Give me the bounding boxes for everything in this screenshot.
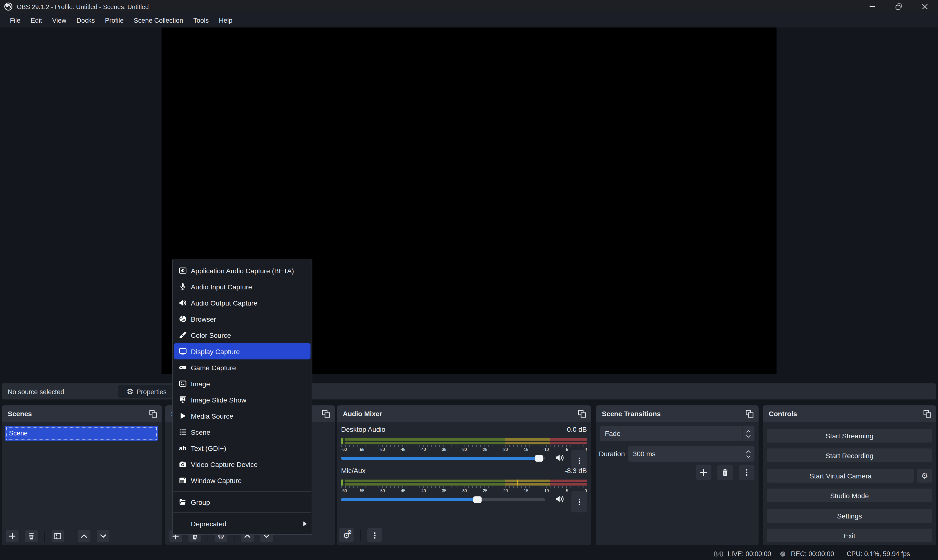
toolbar-separator [44, 531, 45, 542]
menubar-item-help[interactable]: Help [214, 13, 237, 28]
start-streaming-button[interactable]: Start Streaming [767, 429, 932, 443]
text-gdi-icon: ab [179, 444, 187, 452]
duration-input[interactable]: 300 ms [628, 446, 755, 462]
menu-item-media-source[interactable]: Media Source [173, 408, 312, 424]
add-source-context-menu: Application Audio Capture (BETA)Audio In… [172, 260, 312, 535]
mixer-menu-button[interactable] [367, 528, 382, 542]
mute-toggle-speaker-icon[interactable] [555, 495, 564, 503]
menu-item-label: Browser [191, 315, 216, 323]
scene-filters-button[interactable] [52, 530, 64, 542]
double-gear-icon: ⚙⚙ [343, 531, 350, 539]
menu-item-label: Audio Input Capture [191, 283, 252, 290]
close-icon [921, 3, 929, 10]
scene-list-item[interactable]: Scene [5, 426, 158, 441]
spinner-arrows-icon[interactable] [742, 426, 754, 441]
source-toolbar: No source selected ⚙ Properties [2, 383, 936, 399]
scene-transitions-panel: Scene Transitions Fade Duration 300 ms [596, 405, 759, 545]
audio-mixer-body: ⚙⚙ Desktop Audio0.0 dB-60-55-50-45-40-35… [337, 422, 591, 545]
menubar-item-tools[interactable]: Tools [188, 13, 214, 28]
menu-item-deprecated[interactable]: Deprecated [173, 515, 312, 532]
restore-button[interactable] [886, 0, 912, 13]
menubar-item-file[interactable]: File [5, 13, 26, 28]
mixer-channel-mic-aux: Mic/Aux-8.3 dB-60-55-50-45-40-35-30-25-2… [341, 467, 587, 506]
menu-item-image[interactable]: Image [173, 375, 312, 392]
minimize-icon [869, 3, 876, 10]
advanced-audio-properties-button[interactable]: ⚙⚙ [339, 528, 354, 542]
scenes-list: Scene [2, 422, 162, 545]
controls-title: Controls [769, 410, 797, 417]
menu-item-label: Media Source [191, 412, 233, 419]
kebab-menu-icon [742, 468, 751, 477]
menubar-item-edit[interactable]: Edit [26, 13, 47, 28]
menu-item-label: Image Slide Show [191, 396, 246, 403]
menubar-item-scene-collection[interactable]: Scene Collection [129, 13, 188, 28]
channel-menu-button[interactable] [571, 491, 587, 512]
volume-slider[interactable] [341, 495, 545, 503]
trash-icon [721, 468, 729, 477]
controls-body: Start StreamingStart Recording⚙Start Vir… [763, 422, 936, 545]
move-scene-up-button[interactable] [78, 530, 90, 542]
mute-toggle-speaker-icon[interactable] [555, 453, 564, 462]
plus-icon [8, 532, 16, 540]
menu-item-label: Video Capture Device [191, 461, 257, 468]
duration-row: Duration 300 ms [599, 446, 755, 462]
transition-properties-button[interactable] [739, 465, 755, 480]
menu-item-audio-input-capture[interactable]: Audio Input Capture [173, 278, 312, 295]
menubar-item-docks[interactable]: Docks [71, 13, 100, 28]
menu-item-scene[interactable]: Scene [173, 424, 312, 440]
meter-ruler [341, 486, 587, 488]
restore-icon [895, 3, 902, 10]
menu-item-image-slide-show[interactable]: Image Slide Show [173, 392, 312, 408]
transition-select[interactable]: Fade [600, 426, 755, 441]
menu-item-window-capture[interactable]: Window Capture [173, 472, 312, 488]
spinner-arrows-icon[interactable] [746, 450, 751, 458]
close-button[interactable] [912, 0, 938, 13]
menu-bar: FileEditViewDocksProfileScene Collection… [0, 13, 938, 28]
media-source-play-icon [179, 412, 187, 420]
properties-button[interactable]: ⚙ Properties [118, 385, 175, 398]
menu-item-display-capture[interactable]: Display Capture [174, 343, 311, 359]
channel-name: Desktop Audio [341, 426, 385, 433]
minimize-button[interactable] [859, 0, 886, 13]
exit-button[interactable]: Exit [767, 529, 932, 542]
popout-icon[interactable] [322, 409, 330, 418]
start-virtual-camera-button[interactable]: Start Virtual Camera [767, 469, 914, 483]
menubar-item-profile[interactable]: Profile [100, 13, 129, 28]
virtual-camera-config-button[interactable]: ⚙ [917, 469, 932, 483]
controls-header: Controls [763, 405, 936, 422]
menu-item-browser[interactable]: Browser [173, 311, 312, 327]
duration-label: Duration [599, 450, 628, 457]
popout-icon[interactable] [923, 409, 932, 418]
menu-item-color-source[interactable]: Color Source [173, 327, 312, 343]
settings-button[interactable]: Settings [767, 509, 932, 523]
plus-icon [699, 468, 708, 477]
menu-item-audio-output-capture[interactable]: Audio Output Capture [173, 295, 312, 311]
menu-item-group[interactable]: Group [173, 494, 312, 510]
broadcast-disabled-icon [714, 550, 724, 558]
menu-item-game-capture[interactable]: Game Capture [173, 360, 312, 375]
volume-slider[interactable] [341, 454, 545, 462]
menu-item-label: Text (GDI+) [191, 445, 226, 452]
audio-mixer-title: Audio Mixer [343, 410, 382, 417]
move-scene-down-button[interactable] [97, 530, 109, 542]
menubar-item-view[interactable]: View [47, 13, 72, 28]
add-scene-button[interactable] [6, 530, 18, 542]
add-transition-button[interactable] [696, 465, 712, 480]
studio-mode-button[interactable]: Studio Mode [767, 488, 932, 502]
start-recording-button[interactable]: Start Recording [767, 448, 932, 462]
remove-scene-button[interactable] [25, 530, 38, 542]
menu-item-application-audio-capture-beta[interactable]: Application Audio Capture (BETA) [173, 263, 312, 278]
menu-item-text-gdi[interactable]: abText (GDI+) [173, 440, 312, 456]
menu-item-video-capture-device[interactable]: Video Capture Device [173, 456, 312, 472]
obs-logo-icon [4, 2, 12, 11]
slider-handle[interactable] [534, 455, 543, 462]
slider-handle[interactable] [473, 496, 482, 503]
remove-transition-button[interactable] [717, 465, 733, 480]
status-bar: LIVE: 00:00:00 REC: 00:00:00 CPU: 0.1%, … [0, 547, 938, 560]
group-folder-icon [179, 498, 187, 506]
popout-icon[interactable] [745, 409, 754, 418]
browser-globe-icon [179, 315, 187, 323]
popout-icon[interactable] [578, 409, 586, 418]
color-source-brush-icon [179, 331, 187, 339]
popout-icon[interactable] [149, 409, 157, 418]
